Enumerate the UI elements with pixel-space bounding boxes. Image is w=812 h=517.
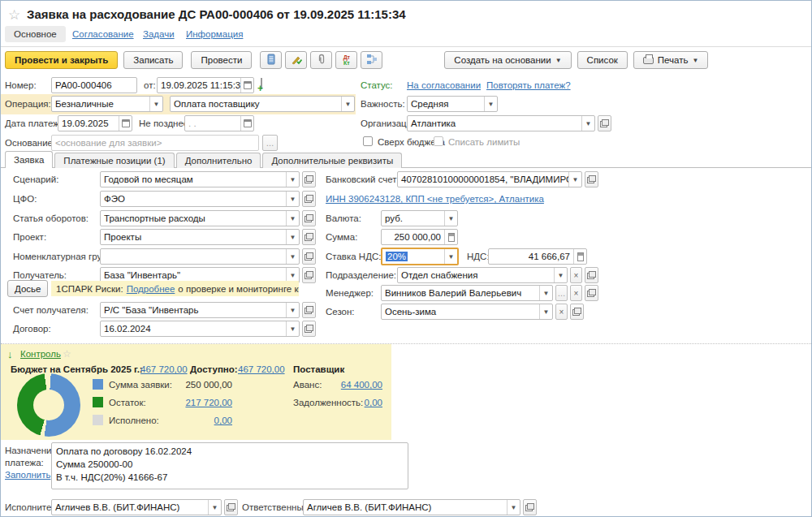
create-based-on-button[interactable]: Создать на основании▼ xyxy=(444,51,571,69)
signature-button[interactable] xyxy=(285,51,307,69)
manager-combo[interactable]: Винников Валерий Валерьевич ▼ xyxy=(381,285,553,301)
post-and-close-button[interactable]: Провести и закрыть xyxy=(5,51,118,69)
department-clear-button[interactable]: × xyxy=(570,267,582,283)
over-budget-checkbox[interactable] xyxy=(363,136,373,146)
organization-combo[interactable]: Атлантика ▼ xyxy=(407,115,595,131)
chevron-down-icon[interactable]: ▼ xyxy=(286,211,299,226)
turnover-item-open-button[interactable] xyxy=(302,210,316,226)
chevron-down-icon[interactable]: ▼ xyxy=(554,268,567,282)
purpose-textarea[interactable]: Оплата по договору 16.02.2024 Сумма 2500… xyxy=(51,442,408,489)
nav-tab-info[interactable]: Информация xyxy=(186,29,243,39)
executed-value-link[interactable]: 0,00 xyxy=(214,416,232,425)
chevron-down-icon[interactable]: ▼ xyxy=(539,304,552,319)
pay-date-field[interactable]: 19.09.2025 xyxy=(58,115,132,131)
amount-field[interactable]: 250 000,00 xyxy=(381,229,458,245)
chevron-down-icon[interactable]: ▼ xyxy=(208,500,221,515)
chevron-down-icon[interactable]: ▼ xyxy=(581,116,594,131)
project-open-button[interactable] xyxy=(302,229,316,245)
debt-value-link[interactable]: 0,00 xyxy=(365,398,382,407)
vat-rate-combo[interactable]: 20% ▼ xyxy=(381,248,459,265)
chevron-down-icon[interactable]: ▼ xyxy=(484,97,497,111)
calculator-icon[interactable] xyxy=(573,249,586,264)
save-button[interactable]: Записать xyxy=(123,51,183,69)
department-combo[interactable]: Отдел снабжения ▼ xyxy=(397,267,568,283)
tab-additional-props[interactable]: Дополнительные реквизиты xyxy=(262,153,402,168)
favorite-star-icon[interactable]: ☆ xyxy=(8,6,20,24)
contract-open-button[interactable] xyxy=(302,321,316,337)
nav-tab-tasks[interactable]: Задачи xyxy=(143,29,175,39)
cfo-combo[interactable]: ФЭО ▼ xyxy=(100,191,300,207)
season-clear-button[interactable]: × xyxy=(555,304,568,320)
department-open-button[interactable] xyxy=(585,267,598,283)
fill-number-icon[interactable] xyxy=(261,79,262,88)
chevron-down-icon[interactable]: ▼ xyxy=(539,286,552,300)
turnover-item-combo[interactable]: Транспортные расходы ▼ xyxy=(100,210,300,226)
nav-tab-approval[interactable]: Согласование xyxy=(72,29,134,39)
project-combo[interactable]: Проекты ▼ xyxy=(100,229,300,245)
season-open-button[interactable] xyxy=(570,304,584,320)
inn-kpp-link[interactable]: ИНН 3906243128, КПП <не требуется>, Атла… xyxy=(326,194,544,204)
responsible-open-button[interactable] xyxy=(523,499,537,515)
manager-clear-button[interactable]: × xyxy=(570,285,582,301)
dossier-button[interactable]: Досье xyxy=(7,280,48,297)
calendar-icon[interactable] xyxy=(240,116,253,131)
responsible-combo[interactable]: Агличев В.В. (БИТ.ФИНАНС) ▼ xyxy=(303,499,520,515)
recipient-open-button[interactable] xyxy=(302,267,316,283)
nomenclature-group-open-button[interactable] xyxy=(302,248,316,265)
currency-combo[interactable]: руб. ▼ xyxy=(381,210,458,226)
chevron-down-icon[interactable]: ▼ xyxy=(444,249,457,264)
chevron-down-icon[interactable]: ▼ xyxy=(341,97,354,111)
number-field[interactable]: РА00-000406 xyxy=(51,77,137,93)
calendar-icon[interactable] xyxy=(119,116,132,131)
bank-account-open-button[interactable] xyxy=(585,171,598,187)
scenario-open-button[interactable] xyxy=(302,171,316,187)
tab-payment-positions[interactable]: Платежные позиции (1) xyxy=(54,153,174,168)
tab-additional[interactable]: Дополнительно xyxy=(176,153,261,168)
cfo-open-button[interactable] xyxy=(302,191,316,207)
date-field[interactable]: 19.09.2025 11:15:34 xyxy=(157,77,254,93)
recipient-account-combo[interactable]: Р/С "База "Инвентарь ▼ xyxy=(100,302,300,318)
control-star-icon[interactable]: ☆ xyxy=(63,348,71,360)
fill-purpose-link[interactable]: Заполнить xyxy=(5,470,50,480)
repeat-payment-link[interactable]: Повторять платеж? xyxy=(486,80,571,90)
budget-value-link[interactable]: 467 720,00 xyxy=(140,364,188,374)
scenario-combo[interactable]: Годовой по месяцам ▼ xyxy=(100,171,300,187)
chevron-down-icon[interactable]: ▼ xyxy=(286,172,299,187)
manager-open-button[interactable] xyxy=(585,285,598,301)
print-button[interactable]: Печать▼ xyxy=(633,51,709,69)
contract-combo[interactable]: 16.02.2024 ▼ xyxy=(100,321,300,337)
importance-combo[interactable]: Средняя ▼ xyxy=(407,96,498,112)
season-combo[interactable]: Осень-зима ▼ xyxy=(381,304,553,320)
related-documents-button[interactable] xyxy=(361,51,382,69)
executor-open-button[interactable] xyxy=(224,499,238,515)
chevron-down-icon[interactable]: ▼ xyxy=(286,249,299,264)
vat-amount-field[interactable]: 41 666,67 xyxy=(488,248,587,265)
basis-ellipsis-button[interactable]: … xyxy=(262,135,278,151)
manager-ellipsis-button[interactable]: … xyxy=(555,285,568,301)
recipient-account-open-button[interactable] xyxy=(302,302,316,318)
chevron-down-icon[interactable]: ▼ xyxy=(286,192,299,206)
nav-tab-main[interactable]: Основное xyxy=(5,26,66,42)
chevron-down-icon[interactable]: ▼ xyxy=(568,172,581,187)
calendar-icon[interactable] xyxy=(240,78,253,93)
post-button[interactable]: Провести xyxy=(191,51,252,69)
tab-request[interactable]: Заявка xyxy=(5,151,53,168)
debit-credit-button[interactable]: ДтКт xyxy=(335,51,357,69)
register-records-button[interactable] xyxy=(260,51,282,69)
chevron-down-icon[interactable]: ▼ xyxy=(149,97,162,111)
spark-more-link[interactable]: Подробнее xyxy=(127,284,175,294)
control-link[interactable]: Контроль xyxy=(20,349,61,359)
write-off-limits-checkbox[interactable] xyxy=(434,136,443,146)
chevron-down-icon[interactable]: ▼ xyxy=(286,321,299,336)
rest-value-link[interactable]: 217 720,00 xyxy=(185,398,232,407)
collapse-arrow-icon[interactable]: ↓ xyxy=(7,348,13,360)
chevron-down-icon[interactable]: ▼ xyxy=(286,303,299,317)
executor-combo[interactable]: Агличев В.В. (БИТ.ФИНАНС) ▼ xyxy=(51,499,222,515)
list-button[interactable]: Список xyxy=(577,51,628,69)
operation-type-combo[interactable]: Безналичные ▼ xyxy=(51,96,163,112)
nomenclature-group-combo[interactable]: ▼ xyxy=(100,248,300,265)
chevron-down-icon[interactable]: ▼ xyxy=(286,230,299,244)
chevron-down-icon[interactable]: ▼ xyxy=(444,211,457,226)
not-later-field[interactable]: . . xyxy=(184,115,254,131)
bank-account-combo[interactable]: 40702810100000001854, "ВЛАДИМИРСКИЙ" ФБ … xyxy=(397,171,582,187)
